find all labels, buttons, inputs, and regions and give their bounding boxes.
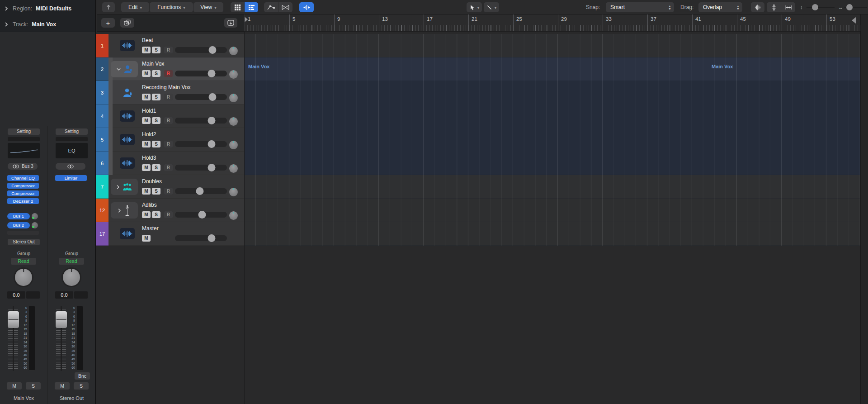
region-main-vox-2[interactable]: Main Vox: [712, 64, 733, 69]
disclosure-chevron-right-icon[interactable]: [116, 185, 120, 190]
track-volume-slider[interactable]: [175, 188, 227, 194]
track-header-main-vox[interactable]: 2 Main Vox M S R: [97, 57, 244, 81]
setting-button[interactable]: Setting: [56, 128, 88, 135]
track-name[interactable]: Hold2: [142, 131, 156, 138]
pointer-tool-button[interactable]: ▾: [467, 2, 482, 12]
track-volume-slider[interactable]: [175, 165, 227, 171]
send-level-knob[interactable]: [32, 213, 38, 219]
functions-menu-button[interactable]: Functions ▾: [150, 2, 193, 12]
track-pan-knob[interactable]: [229, 94, 238, 102]
track-number[interactable]: 5: [96, 128, 108, 152]
region-main-vox-1[interactable]: Main Vox: [248, 64, 269, 69]
crossfade-button[interactable]: [278, 2, 292, 12]
send-slot[interactable]: Bus 1: [7, 213, 30, 219]
input-button[interactable]: Bus 3: [8, 163, 38, 170]
track-name[interactable]: Doubles: [142, 178, 162, 185]
group-label[interactable]: Group: [48, 251, 95, 256]
track-header-config-button[interactable]: [224, 18, 237, 28]
bounce-button[interactable]: Bnc: [75, 372, 90, 380]
track-number[interactable]: 6: [96, 152, 108, 175]
record-enable-button[interactable]: R: [164, 211, 173, 218]
plugin-slot[interactable]: DeEsser 2: [7, 198, 39, 204]
view-menu-button[interactable]: View ▾: [193, 2, 223, 12]
track-number[interactable]: 3: [96, 81, 108, 105]
add-track-button[interactable]: +: [101, 18, 115, 28]
lane-adlibs[interactable]: [245, 199, 860, 222]
track-icon-box[interactable]: [111, 61, 138, 77]
track-name[interactable]: Master: [142, 225, 159, 232]
eq-thumbnail[interactable]: [8, 143, 40, 158]
record-enable-button[interactable]: R: [164, 70, 173, 77]
peak-value-box[interactable]: [26, 291, 40, 299]
solo-button[interactable]: S: [74, 382, 89, 390]
mute-button[interactable]: M: [142, 70, 151, 77]
track-number[interactable]: 17: [96, 222, 108, 246]
grid-view-button[interactable]: [231, 2, 244, 12]
peak-value-box[interactable]: [74, 291, 88, 299]
slider-thumb[interactable]: [208, 93, 216, 101]
mute-button[interactable]: M: [142, 117, 151, 124]
solo-button[interactable]: S: [152, 70, 160, 77]
track-header-doubles[interactable]: 7 Doubles M S R: [97, 175, 244, 199]
track-volume-slider[interactable]: [175, 141, 227, 147]
track-pan-knob[interactable]: [229, 141, 238, 149]
waveform-zoom-button[interactable]: [751, 2, 764, 12]
drag-dropdown[interactable]: Overlap ▲▼: [698, 2, 742, 12]
volume-value[interactable]: 0.0: [7, 291, 25, 299]
solo-button[interactable]: S: [152, 47, 160, 53]
track-number[interactable]: 4: [96, 105, 108, 128]
solo-button[interactable]: S: [152, 211, 160, 218]
solo-button[interactable]: S: [152, 117, 160, 124]
plugin-slot[interactable]: Compressor: [7, 190, 39, 196]
lane-doubles[interactable]: [245, 175, 860, 199]
track-name[interactable]: Beat: [142, 37, 153, 43]
track-header-beat[interactable]: 1 Beat M S R: [97, 34, 244, 57]
slider-thumb[interactable]: [196, 187, 204, 195]
pan-knob[interactable]: [15, 269, 32, 286]
bar-ruler[interactable]: 1 5 9 13 17 21 25 29 33 37 41 45 49 53: [244, 14, 860, 32]
solo-button[interactable]: S: [152, 164, 160, 171]
slider-thumb[interactable]: [208, 46, 216, 54]
track-header-hold2[interactable]: 5 Hold2 M S R: [97, 128, 244, 152]
track-icon-box[interactable]: [111, 202, 138, 219]
record-enable-button[interactable]: R: [164, 94, 173, 100]
disclosure-chevron-right-icon[interactable]: [118, 208, 121, 213]
record-enable-button[interactable]: R: [164, 164, 173, 171]
mute-button[interactable]: M: [142, 188, 151, 195]
slider-thumb[interactable]: [198, 211, 206, 219]
horizontal-zoom-slider[interactable]: ↔: [838, 5, 867, 10]
mute-button[interactable]: M: [142, 47, 151, 53]
record-enable-button[interactable]: R: [164, 188, 173, 195]
track-volume-slider[interactable]: [175, 118, 227, 124]
mute-button[interactable]: M: [55, 382, 70, 390]
region-inspector-row[interactable]: Region: MIDI Defaults: [0, 1, 95, 16]
track-volume-slider[interactable]: [175, 94, 227, 100]
output-button[interactable]: Stereo Out: [8, 239, 40, 245]
playhead-marker[interactable]: [245, 17, 248, 22]
setting-button[interactable]: Setting: [8, 128, 40, 135]
project-end-marker[interactable]: [852, 17, 856, 24]
track-number[interactable]: 12: [96, 199, 108, 222]
track-number[interactable]: 2: [96, 57, 108, 81]
group-label[interactable]: Group: [0, 251, 47, 256]
track-header-recording-main-vox[interactable]: 3 Recording Main Vox M S R: [97, 81, 244, 105]
solo-button[interactable]: S: [152, 141, 160, 147]
volume-fader[interactable]: [8, 311, 19, 328]
eq-thumbnail[interactable]: EQ: [56, 143, 88, 158]
arrange-area[interactable]: Main Vox Main Vox: [244, 32, 860, 404]
mute-button[interactable]: M: [142, 94, 151, 100]
plugin-slot[interactable]: Limiter: [55, 175, 87, 181]
track-icon-box[interactable]: [111, 179, 138, 195]
track-name[interactable]: Recording Main Vox: [142, 84, 190, 90]
slider-thumb[interactable]: [208, 164, 215, 171]
input-button[interactable]: [56, 163, 85, 170]
record-enable-button[interactable]: R: [164, 117, 173, 124]
mute-button[interactable]: M: [142, 211, 151, 218]
vertical-auto-zoom-button[interactable]: [767, 2, 781, 12]
automation-mode-button[interactable]: Read: [11, 258, 36, 265]
track-header-master[interactable]: 17 Master M: [97, 222, 244, 246]
horizontal-auto-zoom-button[interactable]: [781, 2, 795, 12]
record-enable-button[interactable]: R: [164, 141, 173, 147]
send-level-knob[interactable]: [32, 222, 38, 228]
pan-knob[interactable]: [63, 269, 80, 286]
